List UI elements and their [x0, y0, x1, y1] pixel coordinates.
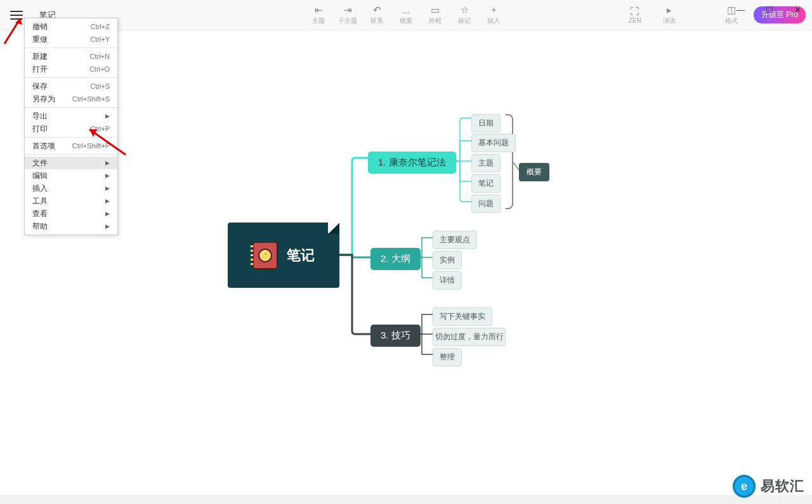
logo-icon: e: [733, 475, 756, 498]
topic-icon: ⇤: [313, 5, 324, 15]
leaf-1-1[interactable]: 日期: [471, 114, 501, 132]
menu-open[interactable]: 打开Ctrl+O: [25, 63, 117, 75]
summary-icon: ⎵: [400, 5, 412, 15]
summary-node[interactable]: 概要: [519, 163, 549, 181]
menu-undo[interactable]: 撤销Ctrl+Z: [25, 20, 117, 33]
zen-button[interactable]: ⛶ZEN: [623, 6, 647, 24]
menu-help[interactable]: 帮助▶: [25, 220, 117, 233]
fold-corner-icon: [328, 223, 339, 234]
boundary-button[interactable]: ▭外框: [423, 5, 447, 25]
marker-icon: ☆: [459, 5, 470, 15]
leaf-3-1[interactable]: 写下关键事实: [433, 307, 492, 326]
minimize-button[interactable]: —: [726, 0, 755, 19]
insert-icon: ＋: [488, 5, 499, 15]
watermark-text: 易软汇: [761, 477, 804, 496]
menu-export[interactable]: 导出▶: [25, 110, 117, 122]
watermark-logo: e 易软汇: [733, 475, 804, 498]
menu-insert[interactable]: 插入▶: [25, 182, 117, 195]
close-button[interactable]: ✕: [783, 0, 812, 19]
chevron-right-icon: ▶: [105, 198, 110, 204]
chevron-right-icon: ▶: [105, 185, 110, 191]
summary-button[interactable]: ⎵概要: [394, 5, 418, 25]
root-node[interactable]: 笔记: [228, 223, 339, 288]
toolbar-center: ⇤主题 ⇥子主题 ↶联系 ⎵概要 ▭外框 ☆标记 ＋插入: [306, 5, 506, 25]
subtopic-button[interactable]: ⇥子主题: [336, 5, 360, 25]
chevron-right-icon: ▶: [105, 210, 110, 217]
root-label: 笔记: [287, 246, 315, 265]
mindmap-canvas[interactable]: 笔记 1. 康奈尔笔记法 2. 大纲 3. 技巧 日期 基本问题 主题 笔记 问…: [0, 30, 812, 494]
menu-tools[interactable]: 工具▶: [25, 195, 117, 207]
toolbar: 笔记 ⇤主题 ⇥子主题 ↶联系 ⎵概要 ▭外框 ☆标记 ＋插入 ⛶ZEN ▸演说…: [0, 0, 812, 30]
menu-save[interactable]: 保存Ctrl+S: [25, 80, 117, 93]
branch-2[interactable]: 2. 大纲: [370, 248, 421, 270]
leaf-3-2[interactable]: 切勿过度，量力而行: [433, 328, 506, 346]
boundary-icon: ▭: [429, 5, 441, 15]
maximize-button[interactable]: ☐: [755, 0, 783, 19]
marker-button[interactable]: ☆标记: [452, 5, 476, 25]
window-controls: — ☐ ✕: [726, 0, 812, 19]
leaf-3-3[interactable]: 整理: [433, 348, 462, 366]
insert-button[interactable]: ＋插入: [481, 5, 506, 25]
relation-button[interactable]: ↶联系: [365, 5, 389, 25]
leaf-1-5[interactable]: 问题: [471, 195, 501, 213]
leaf-1-2[interactable]: 基本问题: [471, 134, 516, 152]
leaf-2-2[interactable]: 实例: [433, 251, 462, 269]
leaf-1-4[interactable]: 笔记: [471, 174, 501, 193]
menu-edit[interactable]: 编辑▶: [25, 169, 117, 182]
annotation-arrow-1: [1, 15, 27, 47]
present-icon: ▸: [664, 5, 675, 15]
horizontal-scrollbar[interactable]: [0, 495, 812, 504]
chevron-right-icon: ▶: [105, 172, 110, 179]
menu-save-as[interactable]: 另存为Ctrl+Shift+S: [25, 93, 117, 105]
chevron-right-icon: ▶: [105, 113, 110, 119]
menu-new[interactable]: 新建Ctrl+N: [25, 50, 117, 63]
leaf-2-1[interactable]: 主要观点: [433, 231, 477, 249]
annotation-arrow-2: [84, 124, 129, 159]
summary-bracket: [506, 114, 513, 209]
leaf-2-3[interactable]: 详情: [433, 271, 462, 290]
relation-icon: ↶: [371, 5, 383, 15]
branch-3[interactable]: 3. 技巧: [370, 325, 421, 347]
menu-redo[interactable]: 重做Ctrl+Y: [25, 33, 117, 46]
chevron-right-icon: ▶: [105, 223, 110, 229]
topic-button[interactable]: ⇤主题: [306, 5, 331, 25]
zen-icon: ⛶: [629, 6, 641, 16]
notebook-icon: [252, 242, 278, 269]
chevron-right-icon: ▶: [105, 160, 110, 166]
menu-view[interactable]: 查看▶: [25, 207, 117, 220]
subtopic-icon: ⇥: [342, 5, 353, 15]
leaf-1-3[interactable]: 主题: [471, 154, 501, 172]
branch-1[interactable]: 1. 康奈尔笔记法: [368, 152, 456, 174]
present-button[interactable]: ▸演说: [657, 5, 681, 25]
